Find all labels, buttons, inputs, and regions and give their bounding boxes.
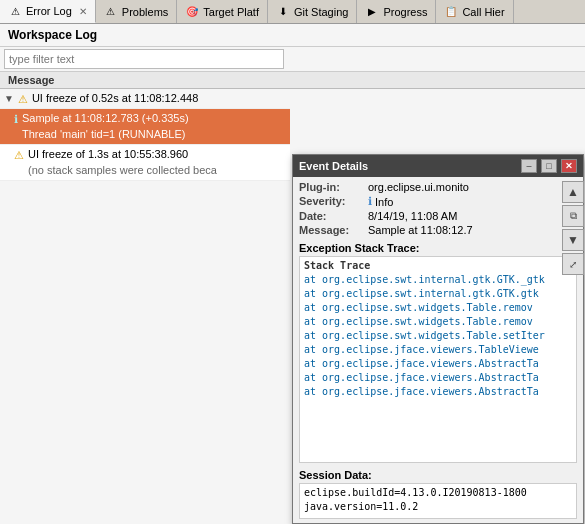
date-label: Date: <box>299 210 364 222</box>
target-icon: 🎯 <box>185 5 199 19</box>
log-entry-1-text: Sample at 11:08:12.783 (+0.335s)Thread '… <box>22 111 189 142</box>
message-label: Message: <box>299 224 364 236</box>
tab-error-log-label: Error Log <box>26 5 72 17</box>
session-line-1: java.version=11.0.2 <box>304 500 572 514</box>
tab-call-hier-label: Call Hier <box>462 6 504 18</box>
session-line-0: eclipse.buildId=4.13.0.I20190813-1800 <box>304 486 572 500</box>
log-entries-list: ▼ ⚠ UI freeze of 0.52s at 11:08:12.448 ℹ… <box>0 89 290 181</box>
copy-icon: ⧉ <box>570 210 577 222</box>
log-entry-2-text: UI freeze of 1.3s at 10:55:38.960(no sta… <box>28 147 217 178</box>
tab-problems[interactable]: ⚠ Problems <box>96 0 177 23</box>
dialog-body: Plug-in: org.eclipse.ui.monito Severity:… <box>293 177 583 523</box>
workspace-log-title: Workspace Log <box>8 28 97 42</box>
up-arrow-icon: ▲ <box>567 185 579 199</box>
stack-line-0: at org.eclipse.swt.internal.gtk.GTK._gtk <box>304 273 572 287</box>
session-data-box[interactable]: eclipse.buildId=4.13.0.I20190813-1800 ja… <box>299 483 577 519</box>
export-icon: ⤢ <box>569 259 577 270</box>
export-button[interactable]: ⤢ <box>562 253 584 275</box>
severity-label: Severity: <box>299 195 364 207</box>
stack-line-7: at org.eclipse.jface.viewers.AbstractTa <box>304 371 572 385</box>
progress-icon: ▶ <box>365 5 379 19</box>
git-icon: ⬇ <box>276 5 290 19</box>
log-entry-1[interactable]: ℹ Sample at 11:08:12.783 (+0.335s)Thread… <box>0 109 290 145</box>
call-hier-icon: 📋 <box>444 5 458 19</box>
plugin-label: Plug-in: <box>299 181 364 193</box>
severity-value: Info <box>375 196 393 208</box>
date-row: Date: 8/14/19, 11:08 AM <box>299 210 577 222</box>
tab-progress[interactable]: ▶ Progress <box>357 0 436 23</box>
exception-stack-trace-title: Exception Stack Trace: <box>299 242 577 254</box>
plugin-value: org.eclipse.ui.monito <box>368 181 577 193</box>
tab-problems-label: Problems <box>122 6 168 18</box>
problems-icon: ⚠ <box>104 5 118 19</box>
workspace-log-header: Workspace Log <box>0 24 585 47</box>
message-value: Sample at 11:08:12.7 <box>368 224 577 236</box>
session-data-title: Session Data: <box>299 469 577 481</box>
dialog-maximize-button[interactable]: □ <box>541 159 557 173</box>
stack-line-8: at org.eclipse.jface.viewers.AbstractTa <box>304 385 572 399</box>
message-row: Message: Sample at 11:08:12.7 <box>299 224 577 236</box>
event-details-dialog: Event Details – □ ✕ Plug-in: org.eclipse… <box>292 154 584 524</box>
tab-target-plat-label: Target Platf <box>203 6 259 18</box>
filter-input-row <box>0 47 585 72</box>
copy-button[interactable]: ⧉ <box>562 205 584 227</box>
filter-input[interactable] <box>4 49 284 69</box>
dialog-close-button[interactable]: ✕ <box>561 159 577 173</box>
stack-line-5: at org.eclipse.jface.viewers.TableViewe <box>304 343 572 357</box>
scroll-up-button[interactable]: ▲ <box>562 181 584 203</box>
minimize-icon: – <box>526 161 531 171</box>
stack-line-3: at org.eclipse.swt.widgets.Table.remov <box>304 315 572 329</box>
expand-arrow-icon: ▼ <box>4 93 14 104</box>
warning-icon-2: ⚠ <box>14 149 24 162</box>
dialog-title: Event Details <box>299 160 368 172</box>
stack-line-1: at org.eclipse.swt.internal.gtk.GTK.gtk <box>304 287 572 301</box>
log-entry-2[interactable]: ⚠ UI freeze of 1.3s at 10:55:38.960(no s… <box>0 145 290 181</box>
dialog-controls: – □ ✕ <box>521 159 577 173</box>
dialog-minimize-button[interactable]: – <box>521 159 537 173</box>
dialog-titlebar: Event Details – □ ✕ <box>293 155 583 177</box>
tab-target-plat[interactable]: 🎯 Target Platf <box>177 0 268 23</box>
down-arrow-icon: ▼ <box>567 233 579 247</box>
severity-row: Severity: ℹ Info <box>299 195 577 208</box>
close-icon: ✕ <box>565 161 573 171</box>
warning-icon-0: ⚠ <box>18 93 28 106</box>
tab-call-hier[interactable]: 📋 Call Hier <box>436 0 513 23</box>
date-value: 8/14/19, 11:08 AM <box>368 210 577 222</box>
severity-value-group: ℹ Info <box>368 195 577 208</box>
info-icon-1: ℹ <box>14 113 18 126</box>
log-entry-0[interactable]: ▼ ⚠ UI freeze of 0.52s at 11:08:12.448 <box>0 89 290 109</box>
tab-bar: ⚠ Error Log ✕ ⚠ Problems 🎯 Target Platf … <box>0 0 585 24</box>
stack-line-4: at org.eclipse.swt.widgets.Table.setIter <box>304 329 572 343</box>
tab-error-log-close[interactable]: ✕ <box>79 6 87 17</box>
stack-line-6: at org.eclipse.jface.viewers.AbstractTa <box>304 357 572 371</box>
stack-line-2: at org.eclipse.swt.widgets.Table.remov <box>304 301 572 315</box>
plugin-row: Plug-in: org.eclipse.ui.monito <box>299 181 577 193</box>
tab-progress-label: Progress <box>383 6 427 18</box>
message-column-label: Message <box>8 74 54 86</box>
severity-info-icon: ℹ <box>368 195 372 208</box>
stack-trace-box[interactable]: Stack Trace at org.eclipse.swt.internal.… <box>299 256 577 463</box>
error-log-icon: ⚠ <box>8 4 22 18</box>
column-header: Message <box>0 72 585 89</box>
scroll-down-button[interactable]: ▼ <box>562 229 584 251</box>
tab-git-staging-label: Git Staging <box>294 6 348 18</box>
tab-git-staging[interactable]: ⬇ Git Staging <box>268 0 357 23</box>
dialog-side-buttons: ▲ ⧉ ▼ ⤢ <box>562 177 584 275</box>
stack-trace-header: Stack Trace <box>304 259 572 273</box>
log-entry-0-text: UI freeze of 0.52s at 11:08:12.448 <box>32 91 198 106</box>
maximize-icon: □ <box>546 161 551 171</box>
tab-error-log[interactable]: ⚠ Error Log ✕ <box>0 0 96 23</box>
main-panel: Workspace Log Message ▼ ⚠ UI freeze of 0… <box>0 24 585 524</box>
